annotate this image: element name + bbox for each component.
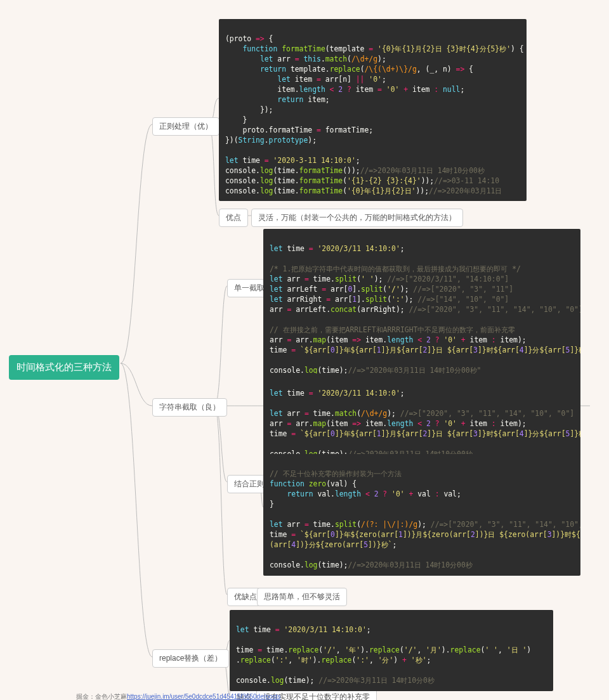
- node-regex-adv-text: 灵活，万能（封装一个公共的，万能的时间格式化的方法）: [251, 209, 463, 227]
- code-block-match: let time = '2020/3/11 14:10:0'; let arr …: [263, 373, 580, 465]
- node-regex-adv-label: 优点: [219, 209, 248, 227]
- attribution-link[interactable]: https://juejin.im/user/5e0dcdce51d45415f…: [127, 693, 280, 700]
- node-string-cut[interactable]: 字符串截取（良）: [152, 398, 227, 417]
- code-block-single-cut: let time = '2020/3/11 14:10:0'; /* 1.把原始…: [263, 229, 580, 381]
- attribution-prefix: 掘金：金色小芝麻: [76, 693, 127, 700]
- code-block-replace: let time = '2020/3/11 14:10:0'; time = t…: [230, 610, 553, 691]
- attribution: 掘金：金色小芝麻https://juejin.im/user/5e0dcdce5…: [76, 692, 280, 700]
- code-block-zero-fn: // 不足十位补充零的操作封装为一个方法 function zero(val) …: [263, 454, 580, 576]
- node-replace[interactable]: replace替换（差）: [152, 649, 229, 668]
- node-regex[interactable]: 正则处理（优）: [152, 117, 219, 136]
- code-block-regex: (proto => { function formatTime(template…: [219, 19, 527, 201]
- node-stringcut-adv-text: 思路简单，但不够灵活: [257, 588, 347, 606]
- mindmap-root: 时间格式化的三种方法: [9, 355, 119, 380]
